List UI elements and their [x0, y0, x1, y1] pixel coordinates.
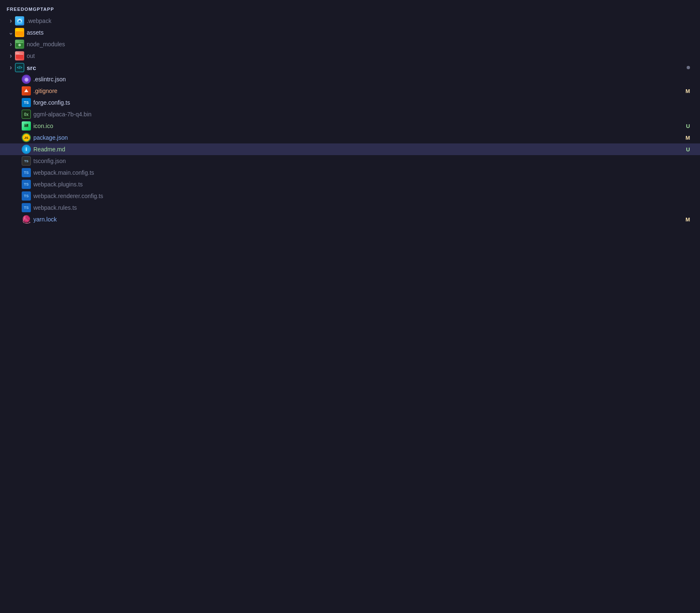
- yarn-lock-file-name: yarn.lock: [33, 216, 680, 223]
- src-modified-dot: [687, 66, 690, 69]
- webpack-renderer-file-name: webpack.renderer.config.ts: [33, 193, 680, 199]
- yarn-lock-file-icon: 🧶: [22, 215, 31, 224]
- assets-folder-icon: [15, 28, 24, 37]
- node-modules-folder-icon: [15, 40, 24, 49]
- tree-item-webpack-plugins[interactable]: TS webpack.plugins.ts: [0, 178, 700, 190]
- node-modules-folder-name: node_modules: [27, 41, 695, 48]
- tree-item-readme[interactable]: i Readme.md U: [0, 143, 700, 155]
- tree-item-tsconfig[interactable]: TS tsconfig.json: [0, 155, 700, 167]
- tree-item-webpack-main[interactable]: TS webpack.main.config.ts: [0, 167, 700, 178]
- eslint-file-icon: ◎: [22, 75, 31, 84]
- webpack-main-file-name: webpack.main.config.ts: [33, 169, 680, 176]
- tree-item-yarn-lock[interactable]: 🧶 yarn.lock M: [0, 214, 700, 225]
- package-json-file-name: package.json: [33, 134, 680, 141]
- eslintrc-file-name: .eslintrc.json: [33, 76, 680, 83]
- chevron-right-icon: [7, 52, 15, 60]
- tree-item-webpack[interactable]: .webpack: [0, 15, 700, 27]
- svg-marker-2: [24, 89, 28, 92]
- out-folder-icon: [15, 51, 24, 60]
- gitignore-status: M: [683, 88, 690, 94]
- tree-item-webpack-rules[interactable]: TS webpack.rules.ts: [0, 202, 700, 214]
- src-folder-name: src: [27, 64, 695, 71]
- tree-item-src[interactable]: </> src: [0, 62, 700, 73]
- tree-item-webpack-renderer[interactable]: TS webpack.renderer.config.ts: [0, 190, 700, 202]
- forge-config-file-icon: TS: [22, 98, 31, 107]
- icon-ico-status: U: [683, 123, 690, 129]
- assets-folder-name: assets: [27, 29, 695, 36]
- yarn-lock-status: M: [683, 216, 690, 223]
- tree-item-ggml[interactable]: 0x ggml-alpaca-7b-q4.bin: [0, 108, 700, 120]
- icon-ico-file-name: icon.ico: [33, 123, 680, 129]
- tree-item-eslintrc[interactable]: ◎ .eslintrc.json: [0, 73, 700, 85]
- webpack-main-file-icon: TS: [22, 168, 31, 177]
- tree-item-assets[interactable]: assets: [0, 27, 700, 38]
- webpack-plugins-file-icon: TS: [22, 180, 31, 189]
- out-folder-name: out: [27, 53, 695, 59]
- readme-file-icon: i: [22, 145, 31, 154]
- tree-item-icon-ico[interactable]: icon.ico U: [0, 120, 700, 132]
- svg-point-1: [18, 44, 21, 46]
- tree-item-package-json[interactable]: JS package.json M: [0, 132, 700, 143]
- gitignore-file-icon: [22, 86, 31, 95]
- ggml-file-icon: 0x: [22, 110, 31, 119]
- chevron-right-icon: [7, 17, 15, 25]
- src-folder-icon: </>: [15, 63, 24, 72]
- tree-item-gitignore[interactable]: .gitignore M: [0, 85, 700, 97]
- chevron-right-icon: [7, 64, 15, 71]
- webpack-plugins-file-name: webpack.plugins.ts: [33, 181, 680, 188]
- readme-status: U: [683, 146, 690, 153]
- tsconfig-file-icon: TS: [22, 156, 31, 166]
- icon-ico-file-icon: [22, 121, 31, 131]
- gitignore-file-name: .gitignore: [33, 88, 680, 94]
- webpack-renderer-file-icon: TS: [22, 191, 31, 201]
- tree-item-node-modules[interactable]: node_modules: [0, 38, 700, 50]
- webpack-rules-file-icon: TS: [22, 203, 31, 212]
- tsconfig-file-name: tsconfig.json: [33, 158, 680, 164]
- svg-point-4: [27, 124, 28, 126]
- ggml-file-name: ggml-alpaca-7b-q4.bin: [33, 111, 680, 118]
- chevron-right-icon: [7, 40, 15, 48]
- explorer-title: FREEDOMGPTAPP: [0, 5, 700, 15]
- chevron-down-icon: [7, 29, 15, 36]
- tree-item-forge-config[interactable]: TS forge.config.ts: [0, 97, 700, 108]
- package-json-file-icon: JS: [22, 133, 31, 142]
- webpack-folder-name: .webpack: [27, 18, 695, 24]
- tree-item-out[interactable]: out: [0, 50, 700, 62]
- file-explorer: FREEDOMGPTAPP .webpack assets: [0, 0, 700, 613]
- webpack-rules-file-name: webpack.rules.ts: [33, 204, 680, 211]
- forge-config-file-name: forge.config.ts: [33, 99, 680, 106]
- webpack-folder-icon: [15, 16, 24, 25]
- readme-file-name: Readme.md: [33, 146, 680, 153]
- package-json-status: M: [683, 135, 690, 141]
